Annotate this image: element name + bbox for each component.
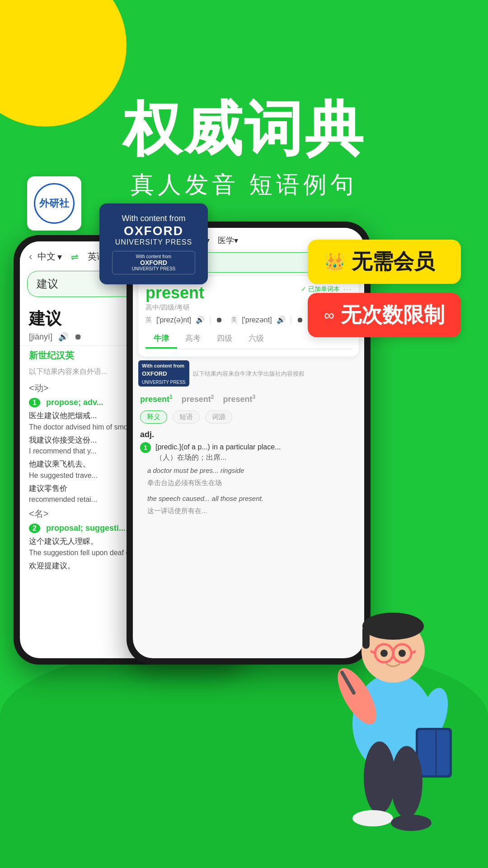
uk-phonetic: ['prez(ə)nt] — [156, 316, 191, 324]
svg-point-17 — [391, 746, 422, 818]
sense-tabs: 释义 短语 词源 — [133, 408, 364, 426]
oxford-badge-with-content: With content from — [112, 213, 195, 224]
svg-point-9 — [380, 650, 388, 657]
oxford-badge-title: OXFORD — [112, 224, 195, 238]
uk-video-icon[interactable]: ⏺ — [216, 316, 223, 324]
front-definition: adj. 1 [predic.](of a p...) in a particu… — [133, 426, 364, 522]
us-phonetic: ['prezənt] — [242, 316, 272, 324]
uk-label: 英 — [145, 316, 152, 324]
crown-icon: 👑 — [324, 252, 345, 272]
tab-oxford[interactable]: 牛津 — [145, 330, 177, 349]
waiyanshe-logo: 外研社 — [27, 176, 81, 231]
front-word-level: 高中/四级/考研 — [145, 303, 204, 312]
front-example-1a: a doctor must be pres... ringside 拳击台边必须… — [140, 462, 357, 491]
character-illustration — [303, 552, 483, 845]
word-form-3[interactable]: present3 — [223, 394, 255, 404]
badge-no-member: 👑 无需会员 — [308, 240, 461, 284]
front-pos: adj. — [140, 430, 357, 439]
oxford-press-badge: With content from OXFORD UNIVERSITY PRES… — [99, 203, 208, 284]
svg-point-2 — [362, 613, 424, 640]
front-sense-1: 1 [predic.](of a p...) in a particular p… — [140, 441, 357, 462]
tab-level4[interactable]: 四级 — [209, 330, 240, 349]
oxford-notice-text: 以下结果内容来自牛津大学出版社内容授权 — [193, 370, 305, 378]
sense-tab-etymology[interactable]: 词源 — [205, 410, 232, 424]
back-arrow-icon: ‹ — [29, 251, 32, 263]
svg-point-19 — [391, 815, 432, 831]
word-form-1[interactable]: present1 — [140, 394, 173, 404]
badge-no-member-text: 无需会员 — [352, 248, 435, 276]
feature-badges: 👑 无需会员 ∞ 无次数限制 — [308, 240, 461, 337]
word-forms: present1 present2 present3 — [133, 390, 364, 408]
page-title: 权威词典 — [0, 99, 488, 158]
us-label: 美 — [231, 316, 237, 324]
svg-rect-3 — [362, 626, 370, 649]
back-swap-icon[interactable]: ⇌ — [71, 251, 79, 262]
sense-tab-definition[interactable]: 释义 — [140, 410, 167, 424]
waiyanshe-text: 外研社 — [39, 197, 69, 210]
front-example-1b: the speech caused... all those present. … — [140, 491, 357, 519]
uk-audio-icon[interactable]: 🔊 — [196, 316, 205, 324]
us-video-icon[interactable]: ⏺ — [296, 316, 304, 324]
front-def-chinese-1: （人）在场的；出席... — [155, 453, 281, 462]
tab-gaokao[interactable]: 高考 — [177, 330, 209, 349]
tab-level6[interactable]: 六级 — [240, 330, 272, 349]
svg-rect-14 — [418, 730, 450, 775]
oxford-badge-university-press: UNIVERSITY PRESS — [112, 238, 195, 246]
oxford-notice-bar: With content from OXFORD UNIVERSITY PRES… — [138, 360, 359, 387]
infinity-icon: ∞ — [324, 307, 334, 324]
svg-point-10 — [399, 650, 406, 657]
sense-tab-phrases[interactable]: 短语 — [173, 410, 200, 424]
front-word-title: present — [145, 283, 204, 302]
back-lang-from[interactable]: 中文▾ — [38, 250, 62, 263]
us-audio-icon[interactable]: 🔊 — [277, 316, 286, 324]
front-mode[interactable]: 医学▾ — [218, 235, 238, 246]
badge-unlimited: ∞ 无次数限制 — [308, 293, 461, 337]
sense-number-1: 1 — [140, 442, 151, 453]
word-form-2[interactable]: present2 — [182, 394, 214, 404]
svg-point-18 — [352, 810, 393, 826]
front-def-text-1: [predic.](of a p...) in a particular pla… — [155, 441, 281, 453]
waiyanshe-inner: 外研社 — [34, 183, 75, 224]
svg-point-16 — [364, 741, 395, 814]
badge-unlimited-text: 无次数限制 — [341, 301, 445, 329]
